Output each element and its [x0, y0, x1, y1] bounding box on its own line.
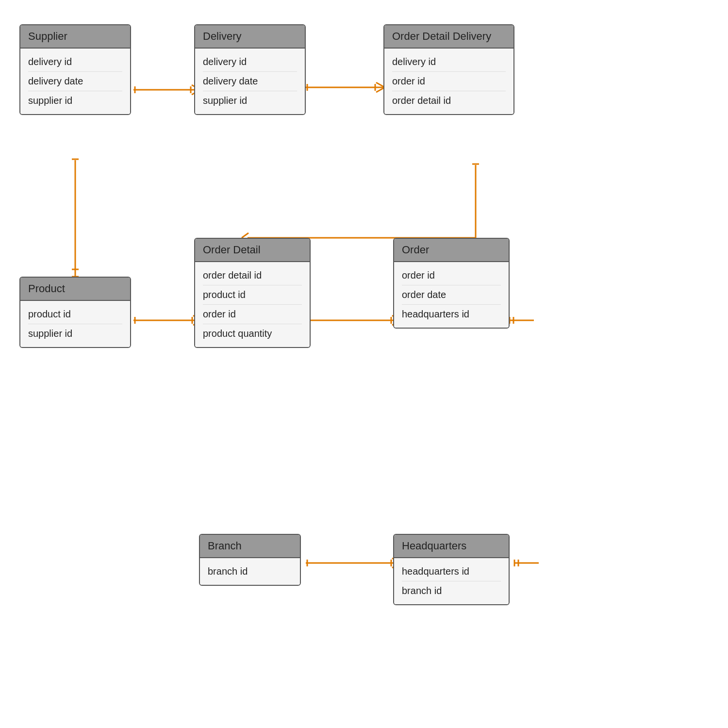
delivery-header: Delivery [195, 25, 305, 49]
od-field-1: order detail id [203, 266, 302, 285]
branch-body: branch id [200, 558, 300, 585]
order-field-3: headquarters id [402, 305, 501, 324]
headquarters-header: Headquarters [394, 535, 509, 558]
delivery-field-1: delivery id [203, 52, 297, 72]
product-table: Product product id supplier id [19, 277, 131, 348]
product-header: Product [20, 278, 130, 301]
order-table: Order order id order date headquarters i… [393, 238, 510, 329]
headquarters-table: Headquarters headquarters id branch id [393, 534, 510, 605]
svg-line-10 [242, 233, 248, 238]
od-field-2: product id [203, 285, 302, 305]
supplier-body: delivery id delivery date supplier id [20, 49, 130, 114]
order-detail-header: Order Detail [195, 239, 310, 262]
hq-field-2: branch id [402, 581, 501, 600]
odd-field-3: order detail id [392, 91, 506, 110]
order-field-2: order date [402, 285, 501, 305]
supplier-field-1: delivery id [28, 52, 122, 72]
supplier-table: Supplier delivery id delivery date suppl… [19, 24, 131, 115]
order-body: order id order date headquarters id [394, 262, 509, 328]
supplier-field-2: delivery date [28, 72, 122, 91]
order-detail-delivery-table: Order Detail Delivery delivery id order … [383, 24, 514, 115]
supplier-header: Supplier [20, 25, 130, 49]
odd-field-1: delivery id [392, 52, 506, 72]
delivery-body: delivery id delivery date supplier id [195, 49, 305, 114]
headquarters-body: headquarters id branch id [394, 558, 509, 604]
delivery-table: Delivery delivery id delivery date suppl… [194, 24, 306, 115]
order-detail-table: Order Detail order detail id product id … [194, 238, 311, 348]
order-field-1: order id [402, 266, 501, 285]
branch-header: Branch [200, 535, 300, 558]
hq-field-1: headquarters id [402, 562, 501, 581]
odd-field-2: order id [392, 72, 506, 91]
order-detail-body: order detail id product id order id prod… [195, 262, 310, 347]
order-detail-delivery-body: delivery id order id order detail id [384, 49, 513, 114]
od-field-4: product quantity [203, 324, 302, 343]
order-detail-delivery-header: Order Detail Delivery [384, 25, 513, 49]
branch-table: Branch branch id [199, 534, 301, 586]
delivery-field-2: delivery date [203, 72, 297, 91]
product-field-1: product id [28, 305, 122, 324]
order-header: Order [394, 239, 509, 262]
delivery-field-3: supplier id [203, 91, 297, 110]
supplier-field-3: supplier id [28, 91, 122, 110]
od-field-3: order id [203, 305, 302, 324]
product-field-2: supplier id [28, 324, 122, 343]
product-body: product id supplier id [20, 301, 130, 347]
branch-field-1: branch id [208, 562, 292, 581]
